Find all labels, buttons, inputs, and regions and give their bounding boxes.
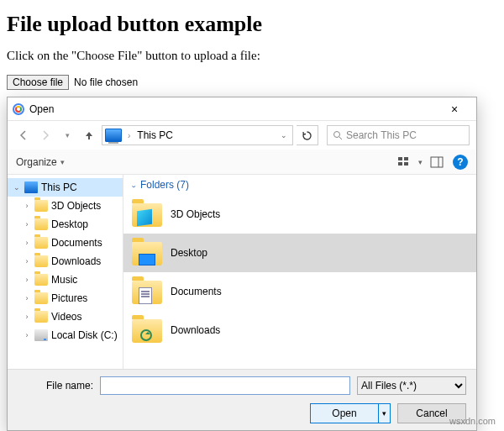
dialog-title: Open: [29, 103, 438, 115]
page-instruction: Click on the "Choose File" button to upl…: [7, 49, 497, 63]
tree-item-music[interactable]: › Music: [8, 271, 123, 289]
address-bar[interactable]: › This PC ⌄: [102, 125, 293, 145]
close-button[interactable]: ×: [438, 102, 471, 116]
breadcrumb-this-pc[interactable]: This PC: [134, 129, 176, 141]
view-dropdown-icon[interactable]: ▾: [418, 158, 423, 166]
filename-row: File name: All Files (*.*): [18, 376, 466, 395]
folder-icon: [34, 218, 48, 230]
expand-icon[interactable]: ›: [23, 276, 31, 284]
tree-label: Music: [51, 274, 77, 286]
item-label: Desktop: [171, 247, 207, 259]
folder-icon: [34, 292, 48, 304]
tree-item-videos[interactable]: › Videos: [8, 307, 123, 326]
content-pane: ⌄ Folders (7) 3D Objects Desktop Documen…: [123, 175, 476, 369]
tree-item-desktop[interactable]: › Desktop: [8, 215, 123, 234]
up-button[interactable]: [80, 126, 98, 145]
search-input[interactable]: Search This PC: [327, 125, 470, 145]
tree-label: Videos: [51, 311, 81, 323]
drive-icon: [34, 329, 48, 341]
expand-icon[interactable]: ›: [23, 202, 31, 210]
tree-item-pictures[interactable]: › Pictures: [8, 289, 123, 307]
button-row: Open ▾ Cancel: [18, 403, 466, 423]
item-label: Downloads: [171, 324, 220, 336]
dialog-footer: File name: All Files (*.*) Open ▾ Cancel: [8, 369, 476, 430]
open-button[interactable]: Open: [310, 403, 379, 423]
breadcrumb-sep: ›: [124, 131, 134, 140]
expand-icon[interactable]: ›: [23, 257, 31, 265]
tree-label: This PC: [41, 181, 77, 193]
folder-icon: [34, 311, 48, 323]
toolbar: Organize ▾ ▾ ?: [8, 150, 476, 175]
folder-icon: [132, 202, 162, 227]
folder-icon: [132, 318, 162, 343]
folder-icon: [132, 240, 162, 265]
chrome-icon: [13, 103, 24, 115]
tree-item-local-disk[interactable]: › Local Disk (C:): [8, 326, 123, 344]
item-label: 3D Objects: [171, 208, 220, 220]
open-split-button[interactable]: ▾: [379, 403, 391, 423]
tree-label: 3D Objects: [51, 200, 101, 212]
folder-desktop[interactable]: Desktop: [123, 234, 476, 272]
file-input-stub: Choose file No file chosen: [7, 75, 497, 90]
expand-icon[interactable]: ›: [23, 313, 31, 321]
expand-icon[interactable]: ›: [23, 294, 31, 302]
tree-item-downloads[interactable]: › Downloads: [8, 252, 123, 271]
file-type-filter[interactable]: All Files (*.*): [357, 376, 466, 395]
no-file-label: No file chosen: [74, 76, 138, 88]
svg-rect-3: [404, 157, 408, 160]
filename-label: File name:: [18, 380, 93, 392]
view-icons-button[interactable]: [393, 153, 415, 171]
search-placeholder: Search This PC: [346, 129, 417, 141]
recent-dropdown[interactable]: ▾: [58, 126, 76, 145]
svg-line-1: [339, 137, 342, 139]
item-list: 3D Objects Desktop Documents Downloads: [123, 195, 476, 350]
folder-documents[interactable]: Documents: [123, 272, 476, 311]
organize-button[interactable]: Organize: [16, 156, 57, 168]
organize-dropdown-icon[interactable]: ▾: [60, 158, 65, 166]
group-title: Folders (7): [140, 179, 189, 191]
expand-icon[interactable]: ›: [23, 331, 31, 339]
folder-icon: [34, 274, 48, 286]
folder-icon: [132, 279, 162, 304]
tree-item-3d-objects[interactable]: › 3D Objects: [8, 197, 123, 215]
nav-row: ▾ › This PC ⌄ Search This PC: [8, 121, 476, 150]
svg-rect-5: [404, 162, 408, 166]
svg-point-0: [334, 132, 340, 138]
choose-file-button[interactable]: Choose file: [7, 75, 69, 90]
chevron-down-icon: ⌄: [130, 181, 137, 188]
item-label: Documents: [171, 286, 222, 297]
address-dropdown[interactable]: ⌄: [276, 131, 292, 139]
filename-input[interactable]: [100, 376, 350, 395]
titlebar: Open ×: [8, 97, 476, 121]
refresh-button[interactable]: [297, 125, 318, 145]
back-button[interactable]: [14, 126, 33, 145]
tree-label: Downloads: [51, 255, 101, 267]
tree-this-pc[interactable]: ⌄ This PC: [8, 178, 123, 197]
tree-label: Documents: [51, 237, 102, 249]
folder-3d-objects[interactable]: 3D Objects: [123, 195, 476, 234]
tree-item-documents[interactable]: › Documents: [8, 234, 123, 252]
tree-label: Desktop: [51, 218, 88, 230]
pc-icon: [105, 129, 122, 142]
folder-icon: [34, 237, 48, 249]
folder-downloads[interactable]: Downloads: [123, 311, 476, 350]
expand-icon[interactable]: ⌄: [13, 183, 21, 192]
svg-rect-6: [431, 157, 443, 167]
tree-label: Pictures: [51, 292, 87, 304]
open-dialog: Open × ▾ › This PC ⌄ Search This PC Orga…: [7, 97, 477, 431]
group-folders[interactable]: ⌄ Folders (7): [123, 175, 476, 195]
preview-pane-button[interactable]: [426, 153, 448, 171]
expand-icon[interactable]: ›: [23, 239, 31, 247]
expand-icon[interactable]: ›: [23, 220, 31, 229]
svg-rect-2: [398, 157, 402, 160]
forward-button[interactable]: [36, 126, 55, 145]
dialog-body: ⌄ This PC › 3D Objects › Desktop › Docum…: [8, 175, 476, 369]
tree-label: Local Disk (C:): [51, 329, 118, 341]
svg-rect-4: [398, 162, 402, 166]
page-heading: File upload button example: [7, 12, 497, 37]
help-button[interactable]: ?: [453, 155, 468, 170]
pc-icon: [24, 181, 38, 193]
folder-icon: [34, 200, 48, 212]
folder-icon: [34, 255, 48, 267]
nav-tree: ⌄ This PC › 3D Objects › Desktop › Docum…: [8, 175, 123, 369]
